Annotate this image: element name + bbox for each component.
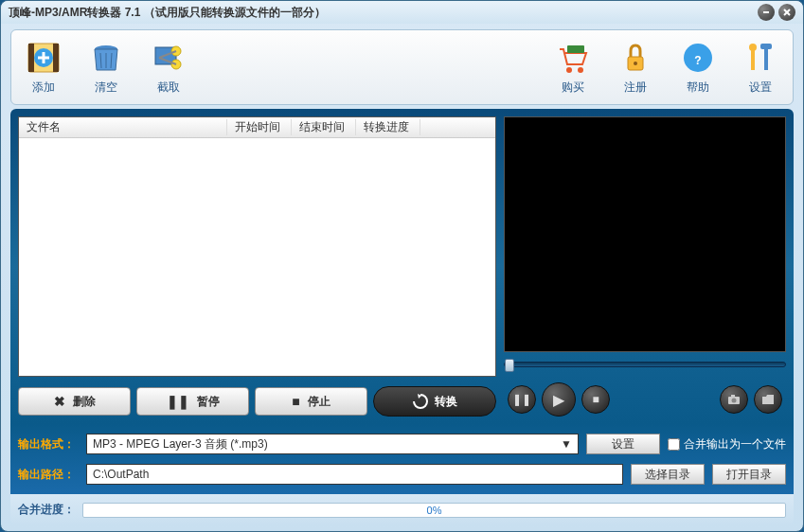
close-button[interactable] xyxy=(778,4,795,21)
add-button[interactable]: 添加 xyxy=(21,36,66,99)
open-dir-button[interactable]: 打开目录 xyxy=(712,464,786,485)
player-play-button[interactable]: ▶ xyxy=(542,382,576,417)
preview-pane xyxy=(504,116,786,352)
settings-button[interactable]: 设置 xyxy=(738,36,783,99)
svg-rect-20 xyxy=(567,45,584,53)
snapshot-button[interactable] xyxy=(720,385,748,414)
stop-icon: ■ xyxy=(292,394,299,409)
main-content: 文件名 开始时间 结束时间 转换进度 ✖删除 ❚❚暂停 ■停止 转换 xyxy=(10,109,794,424)
svg-rect-28 xyxy=(760,44,772,49)
main-window: 顶峰-MP3/AMR转换器 7.1 （试用版只能转换源文件的一部分） 添加 xyxy=(0,0,804,532)
progress-label: 合并进度： xyxy=(18,502,75,518)
output-settings-button[interactable]: 设置 xyxy=(586,434,660,454)
convert-button[interactable]: 转换 xyxy=(373,386,496,417)
cut-icon xyxy=(150,40,188,76)
delete-button[interactable]: ✖删除 xyxy=(18,387,131,416)
pause-button[interactable]: ❚❚暂停 xyxy=(136,387,249,416)
svg-rect-31 xyxy=(731,395,735,398)
progress-bar: 0% xyxy=(82,503,786,518)
camera-icon xyxy=(727,394,741,405)
player-pause-button[interactable]: ❚❚ xyxy=(508,385,536,414)
path-input[interactable]: C:\OutPath xyxy=(86,464,623,485)
col-end[interactable]: 结束时间 xyxy=(292,119,356,135)
x-icon: ✖ xyxy=(54,394,65,409)
col-filename[interactable]: 文件名 xyxy=(19,119,227,135)
progress-text: 0% xyxy=(83,505,785,516)
output-panel: 输出格式： MP3 - MPEG Layer-3 音频 (*.mp3) ▼ 设置… xyxy=(10,424,794,494)
open-folder-button[interactable] xyxy=(754,385,782,414)
path-label: 输出路径： xyxy=(18,467,79,483)
svg-point-22 xyxy=(634,62,637,65)
merge-checkbox[interactable]: 合并输出为一个文件 xyxy=(668,436,786,452)
col-progress[interactable]: 转换进度 xyxy=(356,119,420,135)
progress-row: 合并进度： 0% xyxy=(10,494,794,525)
lock-icon xyxy=(616,40,654,76)
chevron-down-icon: ▼ xyxy=(561,437,572,451)
svg-point-18 xyxy=(566,67,572,73)
svg-rect-4 xyxy=(28,44,34,72)
svg-point-26 xyxy=(749,44,757,51)
file-list-header: 文件名 开始时间 结束时间 转换进度 xyxy=(19,117,495,138)
seek-slider[interactable] xyxy=(504,362,786,367)
buy-button[interactable]: 购买 xyxy=(550,36,596,99)
titlebar: 顶峰-MP3/AMR转换器 7.1 （试用版只能转换源文件的一部分） xyxy=(1,1,803,24)
minimize-button[interactable] xyxy=(758,4,775,21)
svg-rect-5 xyxy=(53,44,59,72)
window-title: 顶峰-MP3/AMR转换器 7.1 （试用版只能转换源文件的一部分） xyxy=(9,5,758,21)
clear-button[interactable]: 清空 xyxy=(83,36,129,99)
svg-point-30 xyxy=(732,399,737,403)
refresh-icon xyxy=(412,393,429,410)
svg-text:?: ? xyxy=(694,54,701,67)
seek-thumb[interactable] xyxy=(505,359,514,372)
stop-button[interactable]: ■停止 xyxy=(255,387,367,416)
toolbar: 添加 清空 截取 购买 xyxy=(10,29,794,105)
player-stop-button[interactable]: ■ xyxy=(581,385,610,414)
cut-button[interactable]: 截取 xyxy=(146,36,191,99)
help-button[interactable]: ? 帮助 xyxy=(675,36,721,99)
file-list[interactable]: 文件名 开始时间 结束时间 转换进度 xyxy=(18,116,496,377)
svg-point-19 xyxy=(578,67,583,73)
add-icon xyxy=(25,40,63,76)
col-start[interactable]: 开始时间 xyxy=(227,119,292,135)
cart-icon xyxy=(554,40,592,76)
register-button[interactable]: 注册 xyxy=(613,36,658,99)
format-label: 输出格式： xyxy=(18,436,79,452)
clear-icon xyxy=(87,40,125,76)
help-icon: ? xyxy=(679,40,717,76)
tools-icon xyxy=(741,40,779,76)
pause-icon: ❚❚ xyxy=(167,394,189,409)
select-dir-button[interactable]: 选择目录 xyxy=(631,464,705,485)
merge-checkbox-input[interactable] xyxy=(668,438,680,451)
format-select[interactable]: MP3 - MPEG Layer-3 音频 (*.mp3) ▼ xyxy=(86,434,579,454)
folder-icon xyxy=(761,394,775,405)
